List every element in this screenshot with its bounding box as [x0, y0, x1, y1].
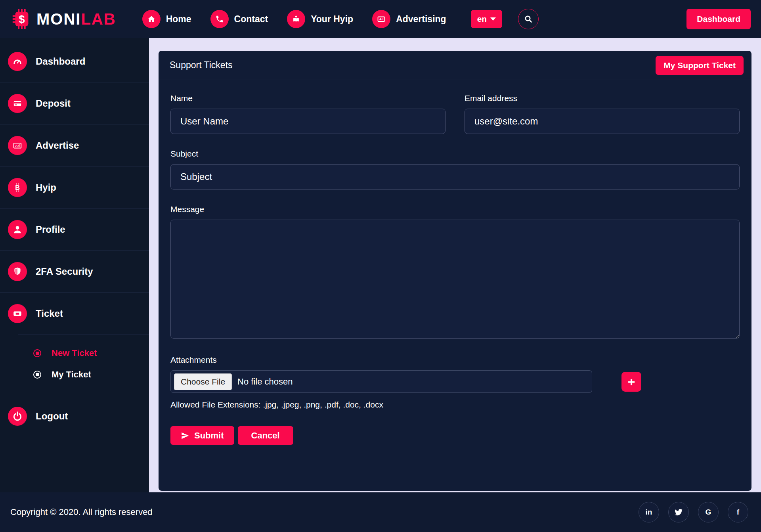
plus-icon: +	[628, 375, 635, 388]
top-navbar: $ MONILAB Home Contact Your Hyip Ad	[0, 0, 761, 38]
facebook-icon[interactable]: f	[728, 502, 748, 522]
ticket-form: Name Email address Subject Message	[159, 80, 751, 491]
sidebar-item-my-ticket[interactable]: My Ticket	[0, 364, 149, 385]
home-icon	[142, 10, 161, 28]
sidebar-item-dashboard[interactable]: Dashboard	[0, 40, 149, 82]
sidebar-item-advertise[interactable]: Ad Advertise	[0, 124, 149, 166]
nav-item-label: Contact	[234, 14, 268, 25]
chip-dollar-icon: $	[10, 8, 33, 31]
sidebar-item-new-ticket[interactable]: New Ticket	[0, 343, 149, 364]
linkedin-icon[interactable]: in	[639, 502, 659, 522]
cancel-button[interactable]: Cancel	[238, 426, 293, 445]
copyright-text: Copyright © 2020. All rights reserved	[10, 507, 153, 517]
name-field[interactable]	[170, 109, 446, 134]
ad-icon: Ad	[8, 136, 27, 155]
sidebar-item-label: Profile	[36, 224, 65, 235]
sidebar-item-deposit[interactable]: Deposit	[0, 82, 149, 124]
ticket-submenu: New Ticket My Ticket	[0, 335, 149, 395]
subject-label: Subject	[170, 149, 740, 159]
ad-icon: Ad	[372, 10, 390, 28]
svg-text:Ad: Ad	[379, 17, 384, 21]
language-dropdown[interactable]: en	[471, 10, 503, 28]
sidebar-item-profile[interactable]: Profile	[0, 209, 149, 251]
credit-card-icon	[8, 94, 27, 113]
nav-item-label: Home	[166, 14, 191, 25]
nav-item-advertising[interactable]: Ad Advertising	[372, 10, 446, 28]
chevron-down-icon	[490, 17, 496, 21]
bullet-icon	[33, 349, 41, 357]
choose-file-button[interactable]: Choose File	[174, 373, 232, 390]
submit-button[interactable]: Submit	[170, 426, 234, 445]
bitcoin-icon: B	[8, 178, 27, 197]
search-button[interactable]	[518, 9, 539, 29]
submenu-item-label: New Ticket	[52, 348, 97, 358]
ticket-icon	[8, 304, 27, 323]
subject-field[interactable]	[170, 164, 740, 189]
sidebar-item-label: Logout	[36, 411, 68, 422]
support-tickets-card: Support Tickets My Support Ticket Name E…	[159, 51, 751, 491]
reader-icon	[287, 10, 305, 28]
sidebar-item-logout[interactable]: Logout	[0, 395, 149, 437]
sidebar-item-label: Advertise	[36, 140, 79, 151]
user-icon	[8, 220, 27, 239]
search-icon	[524, 14, 533, 24]
send-icon	[181, 431, 189, 440]
svg-text:$: $	[19, 13, 25, 25]
sidebar-item-2fa-security[interactable]: 2FA Security	[0, 251, 149, 293]
sidebar-item-label: Ticket	[36, 308, 63, 319]
shield-icon	[8, 262, 27, 281]
message-field[interactable]	[170, 220, 740, 339]
card-header: Support Tickets My Support Ticket	[159, 51, 751, 80]
nav-item-label: Advertising	[396, 14, 446, 25]
name-label: Name	[170, 94, 446, 103]
nav-item-home[interactable]: Home	[142, 10, 191, 28]
sidebar-item-label: Dashboard	[36, 56, 85, 67]
twitter-icon[interactable]	[668, 502, 689, 522]
bullet-icon	[33, 371, 41, 379]
svg-text:Ad: Ad	[15, 144, 20, 147]
power-icon	[8, 407, 27, 426]
nav-item-your-hyip[interactable]: Your Hyip	[287, 10, 353, 28]
gauge-icon	[8, 52, 27, 71]
svg-text:B: B	[15, 184, 20, 191]
footer: Copyright © 2020. All rights reserved in…	[0, 492, 761, 532]
page-title: Support Tickets	[170, 60, 233, 71]
brand-logo[interactable]: $ MONILAB	[10, 8, 116, 31]
nav-item-contact[interactable]: Contact	[210, 10, 268, 28]
brand-name: MONILAB	[36, 10, 116, 28]
sidebar-item-label: 2FA Security	[36, 266, 93, 277]
main-content: Support Tickets My Support Ticket Name E…	[149, 38, 761, 492]
no-file-chosen-text: No file chosen	[237, 377, 293, 387]
submenu-item-label: My Ticket	[52, 369, 91, 380]
my-support-ticket-button[interactable]: My Support Ticket	[656, 56, 744, 75]
google-icon[interactable]: G	[698, 502, 719, 522]
sidebar-item-ticket[interactable]: Ticket	[0, 293, 149, 335]
sidebar-item-label: Deposit	[36, 98, 71, 109]
add-attachment-button[interactable]: +	[621, 372, 641, 392]
sidebar: Dashboard Deposit Ad Advertise B Hyip Pr…	[0, 38, 149, 492]
file-input[interactable]: Choose File No file chosen	[170, 370, 592, 393]
message-label: Message	[170, 205, 740, 214]
email-field[interactable]	[465, 109, 740, 134]
social-links: in G f	[639, 502, 748, 522]
sidebar-item-label: Hyip	[36, 182, 56, 193]
attachments-label: Attachments	[170, 355, 740, 365]
sidebar-item-hyip[interactable]: B Hyip	[0, 166, 149, 209]
phone-icon	[210, 10, 229, 28]
dashboard-button[interactable]: Dashboard	[686, 9, 751, 29]
nav-menu: Home Contact Your Hyip Ad Advertising	[142, 10, 446, 28]
allowed-extensions-text: Allowed File Extensions: .jpg, .jpeg, .p…	[170, 400, 740, 410]
nav-item-label: Your Hyip	[311, 14, 353, 25]
email-label: Email address	[465, 94, 740, 103]
